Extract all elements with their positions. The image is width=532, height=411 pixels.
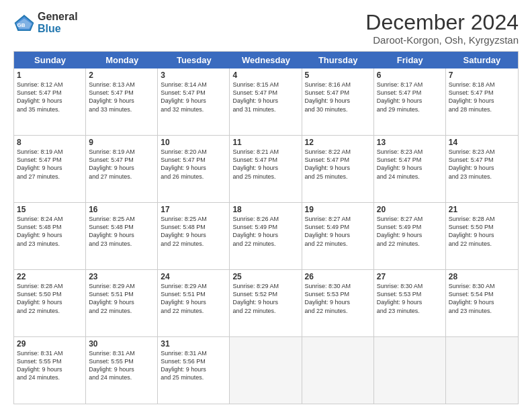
table-row: 5 Sunrise: 8:16 AMSunset: 5:47 PMDayligh… [302,68,374,135]
logo-icon: GB [13,12,35,34]
day-number: 21 [449,205,515,214]
day-number: 12 [305,138,371,147]
cell-info: Sunrise: 8:27 AMSunset: 5:49 PMDaylight:… [377,216,423,246]
day-number: 27 [377,272,443,281]
cell-info: Sunrise: 8:30 AMSunset: 5:54 PMDaylight:… [449,283,495,314]
table-row: 12 Sunrise: 8:22 AMSunset: 5:47 PMDaylig… [302,136,374,202]
table-row [230,337,302,404]
table-row [302,337,374,404]
cell-info: Sunrise: 8:26 AMSunset: 5:49 PMDaylight:… [232,216,279,246]
table-row [446,337,518,404]
day-number: 18 [232,205,298,214]
cell-info: Sunrise: 8:31 AMSunset: 5:55 PMDaylight:… [17,350,63,381]
location-subtitle: Daroot-Korgon, Osh, Kyrgyzstan [365,34,519,46]
day-number: 2 [89,71,154,80]
cell-info: Sunrise: 8:23 AMSunset: 5:47 PMDaylight:… [449,148,495,179]
day-number: 30 [89,339,154,349]
header: GB General Blue December 2024 Daroot-Kor… [13,11,519,46]
day-number: 7 [449,71,515,80]
table-row: 14 Sunrise: 8:23 AMSunset: 5:47 PMDaylig… [446,136,518,202]
table-row: 7 Sunrise: 8:18 AMSunset: 5:47 PMDayligh… [446,68,518,135]
day-number: 10 [161,138,226,147]
header-thursday: Thursday [302,52,374,68]
table-row: 4 Sunrise: 8:15 AMSunset: 5:47 PMDayligh… [230,68,302,135]
table-row: 27 Sunrise: 8:30 AMSunset: 5:53 PMDaylig… [374,270,446,336]
table-row: 18 Sunrise: 8:26 AMSunset: 5:49 PMDaylig… [230,203,302,269]
day-number: 3 [161,71,226,80]
table-row: 24 Sunrise: 8:29 AMSunset: 5:51 PMDaylig… [158,270,230,336]
cell-info: Sunrise: 8:15 AMSunset: 5:47 PMDaylight:… [232,81,279,112]
cell-info: Sunrise: 8:14 AMSunset: 5:47 PMDaylight:… [161,81,207,112]
cell-info: Sunrise: 8:21 AMSunset: 5:47 PMDaylight:… [232,148,279,179]
header-monday: Monday [86,52,158,68]
table-row: 20 Sunrise: 8:27 AMSunset: 5:49 PMDaylig… [374,203,446,269]
logo-blue: Blue [38,23,78,35]
cell-info: Sunrise: 8:29 AMSunset: 5:51 PMDaylight:… [161,283,207,314]
cell-info: Sunrise: 8:31 AMSunset: 5:56 PMDaylight:… [161,350,207,381]
calendar-row-4: 22 Sunrise: 8:28 AMSunset: 5:50 PMDaylig… [14,269,518,336]
table-row: 21 Sunrise: 8:28 AMSunset: 5:50 PMDaylig… [446,203,518,269]
table-row: 28 Sunrise: 8:30 AMSunset: 5:54 PMDaylig… [446,270,518,336]
table-row: 11 Sunrise: 8:21 AMSunset: 5:47 PMDaylig… [230,136,302,202]
cell-info: Sunrise: 8:18 AMSunset: 5:47 PMDaylight:… [449,81,495,112]
title-block: December 2024 Daroot-Korgon, Osh, Kyrgyz… [365,11,519,46]
table-row: 16 Sunrise: 8:25 AMSunset: 5:48 PMDaylig… [86,203,158,269]
day-number: 6 [377,71,443,80]
table-row: 9 Sunrise: 8:19 AMSunset: 5:47 PMDayligh… [86,136,158,202]
cell-info: Sunrise: 8:24 AMSunset: 5:48 PMDaylight:… [17,216,63,246]
day-number: 20 [377,205,443,214]
calendar-header: Sunday Monday Tuesday Wednesday Thursday… [14,52,518,68]
day-number: 24 [161,272,226,281]
table-row: 23 Sunrise: 8:29 AMSunset: 5:51 PMDaylig… [86,270,158,336]
day-number: 8 [17,138,83,147]
logo-text: General Blue [38,11,78,34]
cell-info: Sunrise: 8:25 AMSunset: 5:48 PMDaylight:… [89,216,135,246]
svg-text:GB: GB [17,21,26,28]
cell-info: Sunrise: 8:19 AMSunset: 5:47 PMDaylight:… [17,148,63,179]
day-number: 26 [305,272,371,281]
header-friday: Friday [374,52,446,68]
cell-info: Sunrise: 8:30 AMSunset: 5:53 PMDaylight:… [305,283,351,314]
day-number: 19 [305,205,371,214]
table-row: 22 Sunrise: 8:28 AMSunset: 5:50 PMDaylig… [14,270,86,336]
table-row: 6 Sunrise: 8:17 AMSunset: 5:47 PMDayligh… [374,68,446,135]
cell-info: Sunrise: 8:31 AMSunset: 5:55 PMDaylight:… [89,350,135,381]
table-row: 30 Sunrise: 8:31 AMSunset: 5:55 PMDaylig… [86,337,158,404]
calendar-row-5: 29 Sunrise: 8:31 AMSunset: 5:55 PMDaylig… [14,336,518,404]
cell-info: Sunrise: 8:13 AMSunset: 5:47 PMDaylight:… [89,81,135,112]
cell-info: Sunrise: 8:30 AMSunset: 5:53 PMDaylight:… [377,283,423,314]
cell-info: Sunrise: 8:29 AMSunset: 5:52 PMDaylight:… [232,283,279,314]
table-row: 2 Sunrise: 8:13 AMSunset: 5:47 PMDayligh… [86,68,158,135]
day-number: 11 [232,138,298,147]
day-number: 4 [232,71,298,80]
calendar-row-3: 15 Sunrise: 8:24 AMSunset: 5:48 PMDaylig… [14,202,518,269]
day-number: 5 [305,71,371,80]
table-row: 29 Sunrise: 8:31 AMSunset: 5:55 PMDaylig… [14,337,86,404]
calendar-body: 1 Sunrise: 8:12 AMSunset: 5:47 PMDayligh… [14,68,518,404]
cell-info: Sunrise: 8:27 AMSunset: 5:49 PMDaylight:… [305,216,351,246]
cell-info: Sunrise: 8:28 AMSunset: 5:50 PMDaylight:… [449,216,495,246]
cell-info: Sunrise: 8:12 AMSunset: 5:47 PMDaylight:… [17,81,63,112]
day-number: 23 [89,272,154,281]
header-wednesday: Wednesday [230,52,302,68]
logo-general: General [38,11,78,23]
day-number: 29 [17,339,83,349]
cell-info: Sunrise: 8:25 AMSunset: 5:48 PMDaylight:… [161,216,207,246]
calendar-row-1: 1 Sunrise: 8:12 AMSunset: 5:47 PMDayligh… [14,68,518,135]
header-saturday: Saturday [446,52,518,68]
table-row: 17 Sunrise: 8:25 AMSunset: 5:48 PMDaylig… [158,203,230,269]
calendar-row-2: 8 Sunrise: 8:19 AMSunset: 5:47 PMDayligh… [14,135,518,202]
cell-info: Sunrise: 8:29 AMSunset: 5:51 PMDaylight:… [89,283,135,314]
day-number: 14 [449,138,515,147]
table-row: 26 Sunrise: 8:30 AMSunset: 5:53 PMDaylig… [302,270,374,336]
logo: GB General Blue [13,11,78,34]
header-sunday: Sunday [14,52,86,68]
table-row: 1 Sunrise: 8:12 AMSunset: 5:47 PMDayligh… [14,68,86,135]
table-row: 13 Sunrise: 8:23 AMSunset: 5:47 PMDaylig… [374,136,446,202]
day-number: 15 [17,205,83,214]
table-row: 25 Sunrise: 8:29 AMSunset: 5:52 PMDaylig… [230,270,302,336]
cell-info: Sunrise: 8:17 AMSunset: 5:47 PMDaylight:… [377,81,423,112]
day-number: 28 [449,272,515,281]
day-number: 1 [17,71,83,80]
cell-info: Sunrise: 8:16 AMSunset: 5:47 PMDaylight:… [305,81,351,112]
